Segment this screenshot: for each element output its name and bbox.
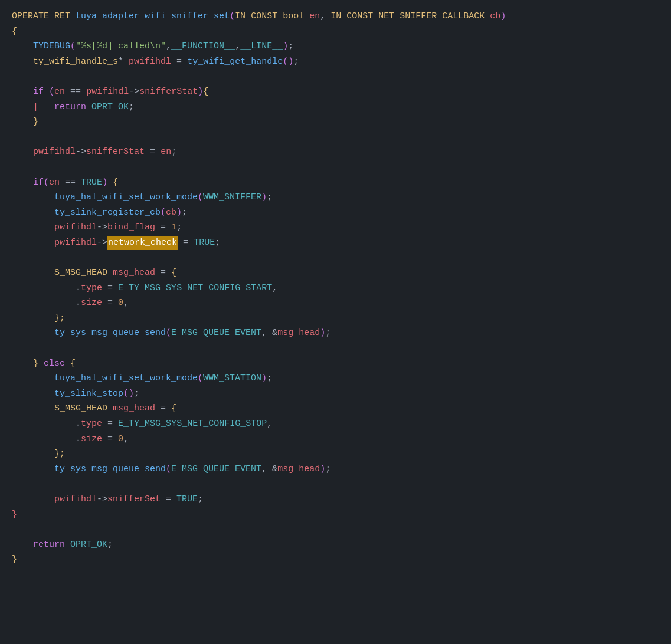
code-token	[12, 221, 54, 235]
code-token: TRUE	[176, 492, 198, 507]
code-token	[12, 432, 76, 446]
code-token	[12, 462, 54, 477]
code-token: ;	[198, 492, 203, 507]
code-token: ;	[129, 100, 134, 114]
code-token	[123, 55, 129, 69]
code-token	[12, 206, 54, 220]
code-token: OPERATE_RET	[12, 9, 70, 24]
code-token: =	[161, 266, 166, 280]
code-token: )	[261, 372, 267, 386]
code-token: TYDEBUG	[33, 40, 70, 54]
code-token: return	[54, 100, 86, 114]
code-token: (	[230, 9, 235, 24]
code-token: IN	[235, 9, 246, 24]
code-line: pwifihdl->network_check = TRUE;	[0, 236, 671, 251]
code-line	[0, 341, 671, 357]
code-token	[102, 417, 107, 431]
code-token: =	[107, 296, 113, 310]
code-token	[155, 266, 161, 280]
code-line: tuya_hal_wifi_set_work_mode(WWM_STATION)…	[0, 372, 671, 387]
code-token: ,	[123, 296, 129, 310]
code-token: ,	[123, 432, 129, 446]
code-token	[178, 236, 183, 250]
code-token: pwifihdl	[54, 236, 97, 250]
code-line: .size = 0,	[0, 296, 671, 311]
code-token	[12, 387, 54, 401]
code-token: ,	[166, 40, 171, 54]
code-token: type	[81, 417, 102, 431]
code-token: ,	[267, 417, 272, 431]
code-token: en	[54, 85, 65, 99]
code-token: E_MSG_QUEUE_EVENT	[171, 326, 261, 340]
code-token: size	[81, 432, 102, 446]
code-token	[113, 417, 118, 431]
code-token: ;	[134, 387, 139, 401]
code-token: =	[183, 236, 188, 250]
code-line	[0, 477, 671, 492]
code-token: *	[118, 55, 123, 69]
code-line: S_MSG_HEAD msg_head = {	[0, 266, 671, 281]
code-token	[182, 55, 187, 69]
code-token	[12, 266, 54, 280]
code-token: .	[76, 281, 81, 295]
code-line	[0, 251, 671, 267]
code-token: )	[283, 40, 288, 54]
code-token	[76, 176, 81, 190]
code-line: .type = E_TY_MSG_SYS_NET_CONFIG_START,	[0, 281, 671, 297]
code-token: &	[272, 462, 277, 477]
code-token: {	[12, 25, 17, 39]
code-line	[0, 130, 671, 146]
code-token	[373, 9, 378, 24]
code-token: };	[54, 311, 65, 326]
code-token: __FUNCTION__	[171, 40, 235, 54]
code-token: CONST	[251, 9, 277, 24]
code-line: ty_sys_msg_queue_send(E_MSG_QUEUE_EVENT,…	[0, 462, 671, 478]
code-token: {	[203, 85, 208, 99]
code-token: ,	[261, 326, 272, 340]
code-token: WWM_STATION	[203, 372, 261, 386]
code-token: return	[33, 538, 65, 552]
code-line: };	[0, 311, 671, 327]
code-line: if (en == pwifihdl->snifferStat){	[0, 85, 671, 100]
code-token: pwifihdl	[54, 221, 97, 235]
code-token: (	[49, 85, 54, 99]
code-token: ty_sys_msg_queue_send	[54, 326, 166, 340]
code-token: (	[198, 190, 203, 205]
code-token: ;	[176, 221, 182, 235]
code-token: pwifihdl	[54, 492, 97, 507]
code-token	[102, 432, 107, 446]
code-token: }	[12, 553, 17, 567]
code-token	[12, 176, 33, 190]
code-token: IN	[330, 9, 341, 24]
code-token: ->	[129, 85, 139, 99]
code-token	[155, 145, 161, 159]
code-token	[341, 9, 346, 24]
code-token	[38, 357, 44, 371]
code-token	[107, 266, 113, 280]
code-token: ;	[293, 55, 299, 69]
code-token	[171, 492, 176, 507]
code-line: return OPRT_OK;	[0, 538, 671, 553]
code-token: =	[107, 281, 113, 295]
code-token: ;	[215, 236, 220, 250]
code-token: tuya_hal_wifi_set_work_mode	[54, 372, 198, 386]
code-line: ty_wifi_handle_s* pwifihdl = ty_wifi_get…	[0, 55, 671, 70]
code-token	[171, 55, 176, 69]
code-token: "%s[%d] called\n"	[76, 40, 166, 54]
code-token: ()	[283, 55, 293, 69]
code-token: TRUE	[194, 236, 215, 250]
code-token: ;	[107, 538, 113, 552]
code-token: =	[176, 55, 182, 69]
code-token: pwifihdl	[86, 85, 129, 99]
code-token: )	[102, 176, 107, 190]
code-token: ,	[235, 40, 240, 54]
code-token: cb	[166, 206, 176, 220]
code-token: ty_sys_msg_queue_send	[54, 462, 166, 477]
code-token: ty_wifi_get_handle	[187, 55, 283, 69]
code-token: snifferStat	[86, 145, 145, 159]
code-token: pwifihdl	[129, 55, 171, 69]
code-token: E_MSG_QUEUE_EVENT	[171, 462, 261, 477]
code-token	[12, 190, 54, 205]
code-token: ,	[272, 281, 277, 295]
code-token: (	[166, 462, 171, 477]
